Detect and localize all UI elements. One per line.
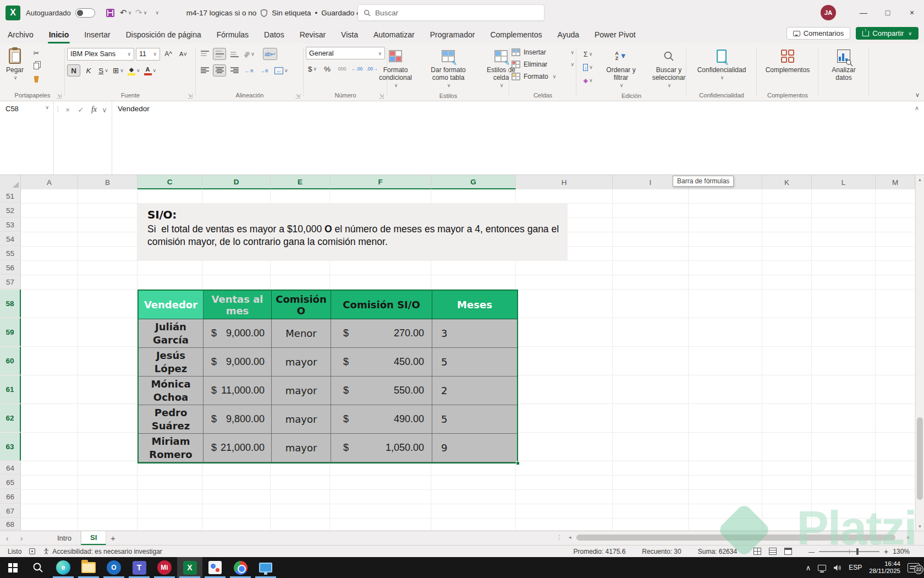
cell-ventas[interactable]: $9,800.00 bbox=[204, 405, 272, 434]
comments-button[interactable]: Comentarios bbox=[787, 27, 851, 40]
menu-tab-power-pivot[interactable]: Power Pivot bbox=[587, 25, 644, 43]
font-size-select[interactable]: 11∨ bbox=[136, 48, 160, 61]
cell-ventas[interactable]: $9,000.00 bbox=[204, 319, 272, 348]
grow-font-button[interactable]: A^ bbox=[162, 48, 175, 60]
taskbar-file-explorer-icon[interactable] bbox=[76, 557, 101, 578]
minimize-button[interactable]: — bbox=[851, 0, 876, 25]
row-header-56[interactable]: 56 bbox=[0, 261, 21, 275]
scroll-down-icon[interactable]: ▼ bbox=[918, 522, 922, 531]
column-header-C[interactable]: C bbox=[138, 175, 202, 189]
menu-tab-fórmulas[interactable]: Fórmulas bbox=[209, 25, 256, 43]
wrap-text-button[interactable]: ab↩ bbox=[263, 48, 277, 60]
row-header-59[interactable]: 59 bbox=[0, 318, 21, 346]
chevron-down-icon[interactable]: ∨ bbox=[101, 104, 108, 115]
table-row[interactable]: Jesús López$9,000.00mayor$450.005 bbox=[139, 348, 517, 377]
sheet-tab-si[interactable]: SI bbox=[81, 531, 106, 545]
row-header-52[interactable]: 52 bbox=[0, 204, 21, 217]
cell-comision-o[interactable]: mayor bbox=[272, 434, 331, 462]
undo-button[interactable]: ↶∨ bbox=[118, 5, 134, 20]
comma-format-button[interactable]: 000 bbox=[336, 63, 349, 75]
macro-record-button[interactable] bbox=[29, 548, 35, 554]
dialog-launcher-icon[interactable]: ↘ bbox=[57, 94, 62, 99]
add-sheet-button[interactable]: + bbox=[106, 532, 119, 545]
insert-cells-button[interactable]: Insertar∨ bbox=[512, 47, 574, 58]
scroll-left-icon[interactable]: ◄ bbox=[568, 535, 572, 540]
align-left-button[interactable] bbox=[198, 64, 211, 77]
autosave-toggle[interactable] bbox=[75, 8, 95, 18]
scroll-up-icon[interactable]: ▲ bbox=[918, 175, 922, 184]
avatar[interactable]: JA bbox=[821, 5, 836, 20]
table-row[interactable]: Pedro Suárez$9,800.00mayor$490.005 bbox=[139, 405, 517, 434]
collapse-ribbon-icon[interactable]: ∨ bbox=[915, 91, 920, 99]
collapse-formula-bar-icon[interactable]: ∧ bbox=[910, 101, 924, 175]
orientation-button[interactable]: ab∨ bbox=[243, 48, 256, 60]
menu-tab-programador[interactable]: Programador bbox=[422, 25, 483, 43]
next-sheet-icon[interactable]: › bbox=[14, 534, 29, 543]
font-name-select[interactable]: IBM Plex Sans∨ bbox=[67, 48, 134, 61]
cell-meses[interactable]: 5 bbox=[432, 405, 517, 434]
sort-filter-button[interactable]: AZ▼ Ordenar y filtrar ∨ bbox=[600, 46, 642, 91]
fill-color-button[interactable]: ◆∨ bbox=[127, 64, 141, 77]
autosum-button[interactable]: Σ∨ bbox=[579, 48, 597, 60]
column-header-G[interactable]: G bbox=[431, 175, 516, 189]
decrease-indent-button[interactable]: ←≡ bbox=[243, 64, 256, 77]
cell-meses[interactable]: 2 bbox=[432, 377, 517, 405]
cell-comision-si[interactable]: $550.00 bbox=[331, 377, 432, 405]
menu-tab-disposición-de-página[interactable]: Disposición de página bbox=[118, 25, 209, 43]
dialog-launcher-icon[interactable]: ↘ bbox=[188, 94, 193, 99]
normal-view-icon[interactable] bbox=[754, 548, 761, 555]
namebox-resize-handle[interactable]: ⋮ bbox=[54, 101, 62, 175]
cancel-entry-button[interactable]: × bbox=[62, 104, 74, 115]
menu-tab-ayuda[interactable]: Ayuda bbox=[550, 25, 587, 43]
save-button[interactable] bbox=[103, 5, 118, 20]
clock[interactable]: 16:44 28/11/2025 bbox=[869, 560, 900, 575]
row-header-67[interactable]: 67 bbox=[0, 504, 21, 518]
percent-format-button[interactable]: % bbox=[321, 63, 334, 75]
page-break-view-icon[interactable] bbox=[784, 548, 792, 555]
cell-ventas[interactable]: $9,000.00 bbox=[204, 348, 272, 377]
confidentiality-button[interactable]: ✎ Confidencialidad ∨ bbox=[694, 46, 750, 83]
cell-meses[interactable]: 9 bbox=[432, 434, 517, 462]
notification-icon[interactable]: 22 bbox=[908, 563, 920, 572]
row-header-66[interactable]: 66 bbox=[0, 490, 21, 504]
format-cells-button[interactable]: Formato∨ bbox=[512, 71, 574, 82]
cell-comision-si[interactable]: $270.00 bbox=[331, 319, 432, 348]
taskbar-search-icon[interactable] bbox=[25, 557, 51, 578]
row-header-54[interactable]: 54 bbox=[0, 232, 21, 246]
zoom-out-button[interactable]: — bbox=[809, 548, 815, 555]
search-input[interactable]: Buscar bbox=[358, 4, 544, 21]
borders-button[interactable]: ⊞∨ bbox=[112, 64, 125, 77]
row-header-58[interactable]: 58 bbox=[0, 290, 21, 318]
confirm-entry-button[interactable]: ✓ bbox=[75, 104, 87, 115]
taskbar-app-window-icon[interactable] bbox=[202, 557, 228, 578]
status-mode[interactable]: Listo bbox=[8, 548, 21, 555]
taskbar-edge-icon[interactable]: e bbox=[51, 557, 76, 578]
table-row[interactable]: Mónica Ochoa$11,000.00mayor$550.002 bbox=[139, 377, 517, 405]
vertical-scrollbar[interactable]: ▲ ▼ bbox=[915, 175, 924, 531]
taskbar-outlook-icon[interactable]: O bbox=[101, 557, 127, 578]
format-as-table-button[interactable]: ✎ Dar formato como tabla ∨ bbox=[423, 46, 474, 91]
menu-tab-revisar[interactable]: Revisar bbox=[292, 25, 333, 43]
analyze-data-button[interactable]: Analizar datos bbox=[824, 46, 863, 83]
cell-vendedor[interactable]: Pedro Suárez bbox=[139, 405, 204, 434]
cell-meses[interactable]: 3 bbox=[432, 319, 517, 348]
shrink-font-button[interactable]: A˅ bbox=[177, 48, 190, 60]
fill-button[interactable]: ↓∨ bbox=[579, 61, 597, 73]
zoom-slider-thumb[interactable] bbox=[856, 548, 859, 555]
row-header-51[interactable]: 51 bbox=[0, 189, 21, 203]
merge-center-button[interactable]: ↔∨ bbox=[273, 64, 289, 77]
table-row[interactable]: Julián García$9,000.00Menor$270.003 bbox=[139, 319, 517, 348]
zoom-level[interactable]: 130% bbox=[893, 548, 910, 555]
language-indicator[interactable]: ESP bbox=[849, 564, 862, 571]
volume-icon[interactable] bbox=[833, 564, 842, 571]
cell-comision-o[interactable]: Menor bbox=[272, 319, 331, 348]
filename[interactable]: m4-17 logicas si o no bbox=[186, 9, 257, 17]
increase-indent-button[interactable]: →≡ bbox=[257, 64, 271, 77]
restore-button[interactable]: □ bbox=[876, 0, 900, 25]
menu-tab-complementos[interactable]: Complementos bbox=[482, 25, 549, 43]
status-sum[interactable]: Suma: 62634 bbox=[698, 548, 737, 555]
formula-content[interactable]: Vendedor bbox=[112, 101, 910, 175]
cell-vendedor[interactable]: Miriam Romero bbox=[139, 434, 204, 462]
column-header-F[interactable]: F bbox=[330, 175, 431, 189]
row-header-64[interactable]: 64 bbox=[0, 461, 21, 475]
